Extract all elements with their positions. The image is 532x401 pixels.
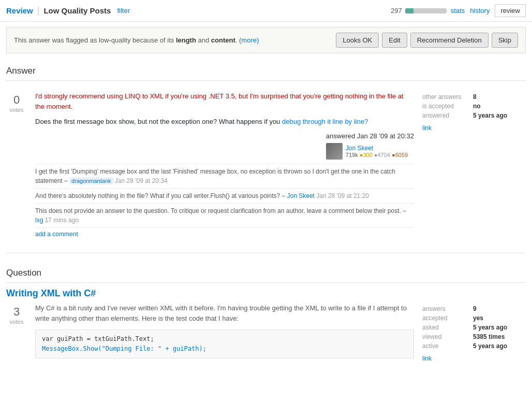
edit-button[interactable]: Edit — [382, 33, 407, 48]
author-name-link[interactable]: Jon Skeet — [346, 145, 373, 152]
alert-bar: This answer was flagged as low-quality b… — [6, 27, 526, 53]
author-bronze: ●6059 — [392, 152, 408, 158]
q-sidebar-asked-label: asked — [422, 324, 469, 331]
add-comment-link[interactable]: add a comment — [35, 228, 78, 240]
progress-bar-fill — [405, 8, 413, 13]
author-avatar — [326, 143, 343, 160]
q-sidebar-asked: asked 5 years ago — [422, 324, 526, 331]
comment-2-user[interactable]: Jon Skeet — [287, 192, 315, 199]
answer-paragraph1: I'd strongly recommend using LINQ to XML… — [35, 91, 414, 111]
header-nav: stats history review — [451, 4, 526, 17]
answer-post-area: 0 votes I'd strongly recommend using LIN… — [6, 86, 526, 246]
q-sidebar-viewed: viewed 5385 times — [422, 333, 526, 340]
question-section: Question Writing XML with C# 3 votes My … — [6, 261, 526, 367]
looks-ok-button[interactable]: Looks OK — [336, 33, 379, 48]
code-line2: MessageBox.Show("Dumping File: " + guiPa… — [42, 344, 407, 354]
q-sidebar-answers: answers 9 — [422, 305, 526, 312]
question-text: My C# is a bit rusty and I've never writ… — [35, 303, 414, 325]
q-sidebar-answers-value: 9 — [473, 305, 477, 312]
header-separator: | — [37, 5, 40, 16]
author-gold: ●300 — [360, 152, 373, 158]
comment-3-time: 17 mins ago — [45, 217, 79, 224]
comment-1-time: Jan 28 '09 at 20:34 — [115, 177, 168, 184]
answer-sidebar: other answers 8 is accepted no answered … — [422, 91, 526, 240]
q-sidebar-active-label: active — [422, 342, 469, 350]
question-heading: Question — [6, 261, 526, 283]
comment-2-text: And there's absolutely nothing in the fi… — [35, 192, 287, 199]
progress-bar — [405, 8, 447, 13]
q-sidebar-active: active 5 years ago — [422, 342, 526, 350]
code-line1: var guiPath = txtGuiPath.Text; — [42, 334, 407, 344]
answer-text-highlight: I'd strongly recommend using LINQ to XML… — [35, 92, 404, 110]
code-var: var guiPath = txtGuiPath.Text; — [42, 335, 154, 342]
alert-text: This answer was flagged as low-quality b… — [14, 36, 336, 44]
comment-2-time: Jan 28 '09 at 21:20 — [316, 192, 369, 199]
sidebar-other-answers: other answers 8 — [422, 93, 526, 101]
comment-3: This does not provide an answer to the q… — [35, 204, 414, 228]
question-vote-section: 3 votes — [6, 303, 27, 362]
q-sidebar-viewed-label: viewed — [422, 333, 469, 340]
comment-3-user[interactable]: lxg — [35, 217, 43, 224]
answer-heading: Answer — [6, 59, 526, 81]
skip-button[interactable]: Skip — [492, 33, 518, 48]
code-block: var guiPath = txtGuiPath.Text; MessageBo… — [35, 330, 414, 359]
sidebar-other-answers-label: other answers — [422, 93, 469, 101]
alert-buttons: Looks OK Edit Recommend Deletion Skip — [336, 33, 518, 48]
alert-prefix: This answer was flagged as low-quality b… — [14, 36, 176, 44]
page-title: Low Quality Posts — [43, 6, 111, 15]
section-divider — [6, 253, 526, 253]
author-rep: 719k — [346, 152, 358, 158]
answer-vote-count: 0 — [13, 93, 20, 107]
question-vote-label: votes — [10, 319, 23, 325]
answer-author: Jon Skeet 719k ●300 ●4704 ●6059 — [326, 143, 408, 160]
sidebar-is-accepted-label: is accepted — [422, 103, 469, 110]
sidebar-other-answers-value: 8 — [473, 93, 477, 101]
answer-text-blue: debug through it line by line? — [282, 118, 368, 125]
answer-meta: answered Jan 28 '09 at 20:32 Jon Skeet 7… — [326, 132, 414, 160]
sidebar-answered-value: 5 years ago — [473, 112, 507, 119]
alert-suffix: . — [235, 36, 238, 44]
alert-middle: and — [196, 36, 211, 44]
q-sidebar-answers-label: answers — [422, 305, 469, 312]
filter-link[interactable]: filter — [117, 7, 130, 15]
recommend-deletion-button[interactable]: Recommend Deletion — [410, 33, 489, 48]
question-title[interactable]: Writing XML with C# — [6, 288, 526, 299]
progress-count: 297 — [391, 7, 402, 15]
answer-paragraph2: Does the first message box show, but not… — [35, 117, 414, 127]
answer-footer: answered Jan 28 '09 at 20:32 Jon Skeet 7… — [35, 132, 414, 160]
answer-link[interactable]: link — [422, 124, 432, 132]
q-sidebar-asked-value: 5 years ago — [473, 324, 507, 331]
q-sidebar-accepted-value: yes — [473, 314, 483, 322]
comment-1-user[interactable]: dragonmantank — [69, 177, 113, 184]
progress-area: 297 — [391, 7, 447, 15]
history-link[interactable]: history — [470, 7, 490, 15]
header: Review | Low Quality Posts filter 297 st… — [0, 0, 532, 22]
review-tab[interactable]: review — [495, 4, 526, 17]
author-info: Jon Skeet 719k ●300 ●4704 ●6059 — [346, 145, 408, 158]
code-messagebox: MessageBox.Show("Dumping File: " + guiPa… — [42, 345, 206, 352]
question-link[interactable]: link — [422, 355, 432, 362]
avatar-image — [326, 143, 343, 160]
question-area: 3 votes My C# is a bit rusty and I've ne… — [6, 303, 526, 362]
q-sidebar-active-value: 5 years ago — [473, 342, 507, 350]
sidebar-answered-label: answered — [422, 112, 469, 119]
comment-1: I get the first 'Dumping' message box an… — [35, 164, 414, 189]
author-silver: ●4704 — [374, 152, 390, 158]
answer-body: I'd strongly recommend using LINQ to XML… — [35, 91, 414, 240]
q-sidebar-accepted: accepted yes — [422, 314, 526, 322]
alert-more-link[interactable]: (more) — [239, 36, 259, 44]
answer-date: answered Jan 28 '09 at 20:32 — [326, 132, 414, 140]
question-vote-count: 3 — [13, 305, 20, 319]
sidebar-answered: answered 5 years ago — [422, 112, 526, 119]
answer-vote-section: 0 votes — [6, 91, 27, 240]
stats-link[interactable]: stats — [451, 7, 465, 15]
alert-bold2: content — [211, 36, 235, 44]
comment-3-text: This does not provide an answer to the q… — [35, 207, 406, 214]
question-body: My C# is a bit rusty and I've never writ… — [35, 303, 414, 362]
answer-comments: I get the first 'Dumping' message box an… — [35, 164, 414, 228]
sidebar-is-accepted-value: no — [473, 103, 481, 110]
question-sidebar: answers 9 accepted yes asked 5 years ago… — [422, 303, 526, 362]
sidebar-is-accepted: is accepted no — [422, 103, 526, 110]
comment-2: And there's absolutely nothing in the fi… — [35, 189, 414, 204]
review-link[interactable]: Review — [6, 6, 33, 15]
